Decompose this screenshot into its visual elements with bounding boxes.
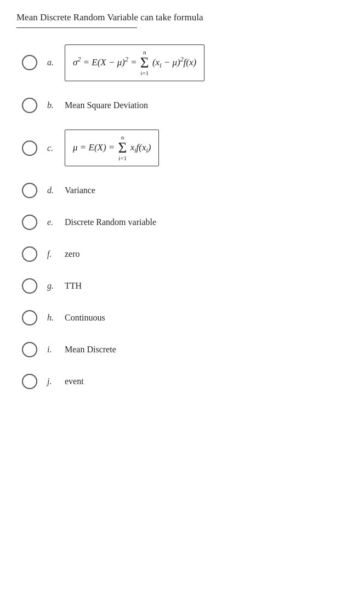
option-content-b: Mean Square Deviation	[65, 99, 148, 112]
radio-i[interactable]	[22, 342, 37, 357]
option-content-a: σ2 = E(X − μ)2 = n Σ i=1 (xi − μ)2f(x)	[65, 44, 204, 81]
list-item: j. event	[16, 374, 348, 389]
option-label-e: e.	[47, 217, 58, 227]
list-item: i. Mean Discrete	[16, 342, 348, 357]
list-item: d. Variance	[16, 183, 348, 198]
list-item: f. zero	[16, 246, 348, 262]
list-item: c. μ = E(X) = n Σ i=1 xif(xi)	[16, 130, 348, 166]
option-content-d: Variance	[65, 184, 95, 197]
option-label-j: j.	[47, 377, 58, 386]
option-content-h: Continuous	[65, 311, 105, 324]
list-item: b. Mean Square Deviation	[16, 98, 348, 113]
radio-d[interactable]	[22, 183, 37, 198]
options-list: a. σ2 = E(X − μ)2 = n Σ i=1 (xi − μ)2f(x…	[16, 44, 348, 390]
list-item: a. σ2 = E(X − μ)2 = n Σ i=1 (xi − μ)2f(x…	[16, 44, 348, 81]
radio-j[interactable]	[22, 374, 37, 389]
radio-h[interactable]	[22, 310, 37, 325]
radio-a[interactable]	[22, 55, 37, 70]
list-item: h. Continuous	[16, 310, 348, 325]
radio-e[interactable]	[22, 215, 37, 230]
option-label-b: b.	[47, 100, 58, 110]
option-content-i: Mean Discrete	[65, 343, 116, 356]
radio-g[interactable]	[22, 278, 37, 294]
option-label-c: c.	[47, 143, 58, 153]
radio-f[interactable]	[22, 246, 37, 262]
list-item: g. TTH	[16, 278, 348, 294]
option-content-f: zero	[65, 248, 80, 261]
option-label-d: d.	[47, 186, 58, 195]
option-label-g: g.	[47, 281, 58, 291]
list-item: e. Discrete Random variable	[16, 215, 348, 230]
option-label-h: h.	[47, 313, 58, 323]
option-label-a: a.	[47, 58, 58, 68]
radio-c[interactable]	[22, 141, 37, 156]
option-content-g: TTH	[65, 279, 82, 293]
option-content-j: event	[65, 375, 84, 388]
question-underline	[16, 27, 137, 28]
question-text: Mean Discrete Random Variable can take f…	[16, 11, 348, 24]
radio-b[interactable]	[22, 98, 37, 113]
option-content-c: μ = E(X) = n Σ i=1 xif(xi)	[65, 130, 159, 166]
option-content-e: Discrete Random variable	[65, 216, 156, 229]
option-label-f: f.	[47, 249, 58, 259]
option-label-i: i.	[47, 345, 58, 355]
